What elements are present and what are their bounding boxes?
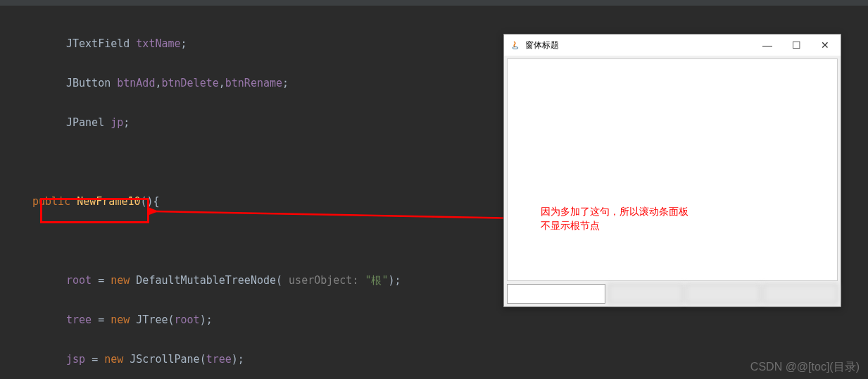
rename-button[interactable] [763, 284, 838, 304]
maximize-button[interactable]: ☐ [792, 39, 801, 51]
delete-button[interactable] [686, 284, 760, 304]
code-line: jsp = new JScrollPane(tree); [7, 349, 868, 369]
add-button[interactable] [608, 284, 683, 304]
bottom-panel [507, 284, 838, 304]
close-button[interactable]: ✕ [821, 39, 829, 51]
annotation-text: 因为多加了这句，所以滚动条面板 不显示根节点 [541, 204, 688, 232]
java-swing-window[interactable]: 窗体标题 — ☐ ✕ [503, 34, 841, 307]
text-field[interactable] [507, 284, 605, 304]
java-icon [510, 39, 521, 51]
code-line: tree = new JTree(root); [7, 310, 868, 330]
minimize-button[interactable]: — [762, 39, 772, 51]
scroll-pane-content[interactable] [507, 58, 838, 281]
svg-point-2 [512, 47, 518, 49]
window-title: 窗体标题 [525, 39, 559, 51]
window-titlebar[interactable]: 窗体标题 — ☐ ✕ [504, 35, 841, 56]
watermark: CSDN @@[toc](目录) [750, 360, 860, 375]
